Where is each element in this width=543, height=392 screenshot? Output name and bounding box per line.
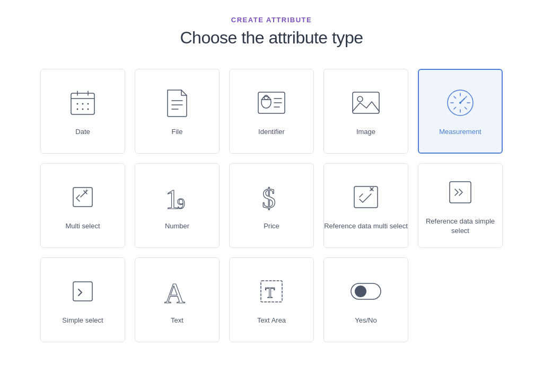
card-identifier[interactable]: Identifier	[229, 69, 314, 154]
text-area-label: Text Area	[257, 316, 286, 325]
svg-text:+: +	[85, 187, 89, 194]
svg-point-4	[77, 103, 78, 104]
image-label: Image	[356, 127, 375, 137]
date-label: Date	[75, 127, 90, 137]
yes-no-icon	[349, 274, 383, 308]
measurement-label: Measurement	[439, 127, 481, 137]
svg-text:A: A	[164, 278, 185, 306]
card-file[interactable]: File	[135, 69, 220, 154]
image-icon	[349, 86, 383, 120]
page-header: CREATE ATTRIBUTE Choose the attribute ty…	[180, 16, 363, 48]
svg-point-19	[264, 95, 268, 100]
svg-point-6	[87, 103, 89, 104]
card-text[interactable]: A Text	[135, 257, 220, 342]
measurement-icon	[443, 86, 477, 120]
card-reference-data-simple-select[interactable]: Reference data simple select	[418, 163, 503, 248]
card-number[interactable]: 1 9 Number	[135, 163, 220, 248]
svg-rect-20	[353, 92, 379, 113]
reference-data-simple-select-icon	[443, 175, 477, 209]
svg-line-30	[454, 107, 456, 109]
svg-point-8	[82, 108, 84, 110]
card-multi-select[interactable]: + Multi select	[40, 163, 125, 248]
create-attribute-label: CREATE ATTRIBUTE	[180, 16, 363, 24]
attribute-type-grid: Date File Identi	[40, 69, 503, 342]
card-yes-no[interactable]: Yes/No	[323, 257, 408, 342]
svg-text:$: $	[262, 183, 276, 212]
svg-point-5	[82, 103, 84, 104]
identifier-label: Identifier	[258, 127, 285, 137]
simple-select-label: Simple select	[62, 316, 103, 325]
svg-text:9: 9	[177, 194, 185, 212]
file-icon	[160, 86, 194, 120]
text-label: Text	[171, 316, 183, 325]
yes-no-label: Yes/No	[355, 316, 376, 325]
price-label: Price	[264, 221, 279, 231]
number-label: Number	[165, 221, 189, 231]
svg-point-7	[77, 108, 78, 110]
svg-rect-42	[450, 182, 471, 203]
svg-line-29	[465, 96, 467, 99]
card-simple-select[interactable]: Simple select	[40, 257, 125, 342]
svg-point-32	[459, 102, 461, 104]
text-area-icon: T	[255, 274, 288, 308]
svg-point-48	[355, 286, 366, 297]
card-price[interactable]: $ Price	[229, 163, 314, 248]
reference-data-multi-select-label: Reference data multi select	[324, 221, 408, 231]
reference-data-multi-select-icon: +	[349, 180, 383, 214]
price-icon: $	[255, 180, 288, 214]
card-image[interactable]: Image	[323, 69, 408, 154]
svg-text:+: +	[370, 187, 373, 193]
svg-rect-33	[73, 188, 92, 207]
card-reference-data-multi-select[interactable]: + Reference data multi select	[323, 163, 408, 248]
card-measurement[interactable]: Measurement	[418, 69, 503, 154]
svg-rect-43	[73, 282, 92, 301]
text-icon: A	[160, 274, 194, 308]
card-date[interactable]: Date	[40, 69, 125, 154]
svg-line-28	[465, 107, 467, 109]
svg-line-27	[454, 96, 456, 99]
card-text-area[interactable]: T Text Area	[229, 257, 314, 342]
reference-data-simple-select-label: Reference data simple select	[418, 217, 502, 236]
number-icon: 1 9	[160, 180, 194, 214]
svg-point-9	[87, 108, 89, 110]
svg-point-21	[357, 96, 363, 102]
page-title: Choose the attribute type	[180, 28, 363, 48]
svg-rect-38	[354, 186, 378, 208]
file-label: File	[172, 127, 183, 137]
simple-select-icon	[66, 274, 100, 308]
svg-text:T: T	[265, 283, 275, 301]
svg-rect-14	[261, 96, 271, 108]
multi-select-icon: +	[66, 180, 100, 214]
multi-select-label: Multi select	[65, 221, 100, 231]
date-icon	[66, 86, 100, 120]
identifier-icon	[255, 86, 288, 120]
